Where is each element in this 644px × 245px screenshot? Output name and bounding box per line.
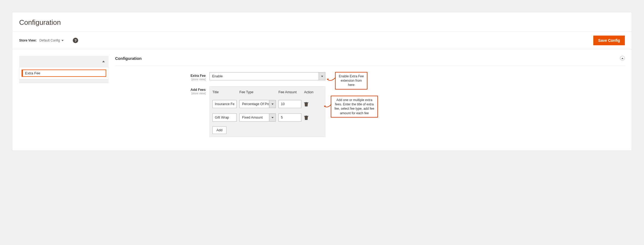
fee-type-select[interactable]: Percentage Of Proc <box>239 100 276 108</box>
select-value: Percentage Of Proc <box>240 100 269 108</box>
select-value: Enable <box>210 73 319 80</box>
field-control-col: Title Fee Type Fee Amount Action Percent… <box>209 86 325 137</box>
sidebar-group-toggle[interactable] <box>19 56 109 67</box>
fees-table: Title Fee Type Fee Amount Action Percent… <box>209 86 325 137</box>
chevron-up-icon <box>102 61 105 62</box>
table-row: Percentage Of Proc <box>212 97 322 111</box>
fee-title-input[interactable] <box>212 100 237 108</box>
config-panel: Configuration Store View: Default Config… <box>12 12 632 151</box>
field-scope: [store view] <box>115 92 206 95</box>
trash-icon[interactable] <box>304 102 308 106</box>
field-label-col: Extra Fee [store view] <box>115 72 209 81</box>
field-extra-fee: Extra Fee [store view] Enable <box>115 72 625 81</box>
caret-down-icon <box>269 100 275 108</box>
select-value: Fixed Amount <box>240 114 269 121</box>
section-title: Configuration <box>115 56 142 61</box>
field-label-col: Add Fees [store view] <box>115 86 209 95</box>
section-collapse-toggle[interactable] <box>620 56 625 61</box>
save-config-button[interactable]: Save Config <box>593 36 625 45</box>
fees-table-header: Title Fee Type Fee Amount Action <box>212 89 322 97</box>
store-view-label: Store View: <box>19 39 37 42</box>
top-bar: Store View: Default Config ? Save Config <box>12 32 632 49</box>
store-view-value: Default Config <box>39 39 60 42</box>
trash-icon[interactable] <box>304 115 308 120</box>
sidebar-item-wrap: Extra Fee <box>19 67 109 79</box>
main-body: Extra Fee Configuration Extra Fee [store… <box>12 49 632 150</box>
fee-amount-input[interactable] <box>278 100 301 108</box>
caret-down-icon <box>61 40 64 41</box>
sidebar: Extra Fee <box>19 56 109 142</box>
help-icon[interactable]: ? <box>73 38 78 43</box>
store-view-select[interactable]: Default Config <box>39 39 64 42</box>
fee-amount-input[interactable] <box>278 113 301 122</box>
page-title: Configuration <box>12 12 632 32</box>
sidebar-item-extra-fee[interactable]: Extra Fee <box>22 70 106 77</box>
field-label: Add Fees <box>115 88 206 92</box>
store-view-group: Store View: Default Config ? <box>19 38 78 43</box>
add-fee-button[interactable]: Add <box>212 126 226 134</box>
caret-down-icon <box>319 73 325 80</box>
field-scope: [store view] <box>115 78 206 81</box>
section-header: Configuration <box>115 56 625 66</box>
callout-add-fees: Add one or multiple extra fees. Enter th… <box>331 96 378 118</box>
fee-type-select[interactable]: Fixed Amount <box>239 113 276 122</box>
col-title: Title <box>212 90 239 94</box>
sidebar-divider <box>19 79 109 83</box>
field-control-col: Enable <box>209 72 325 80</box>
col-amount: Fee Amount <box>278 90 304 94</box>
extra-fee-select[interactable]: Enable <box>209 72 325 80</box>
field-label: Extra Fee <box>115 74 206 78</box>
callout-enable: Enable Extra Fee extension from here <box>335 72 367 89</box>
col-action: Action <box>304 90 318 94</box>
chevron-up-icon <box>621 58 624 59</box>
table-row: Fixed Amount <box>212 111 322 124</box>
content-area: Configuration Extra Fee [store view] Ena… <box>115 56 625 142</box>
sidebar-item-label: Extra Fee <box>25 71 40 75</box>
col-type: Fee Type <box>239 90 278 94</box>
fee-title-input[interactable] <box>212 113 237 122</box>
caret-down-icon <box>269 114 275 121</box>
